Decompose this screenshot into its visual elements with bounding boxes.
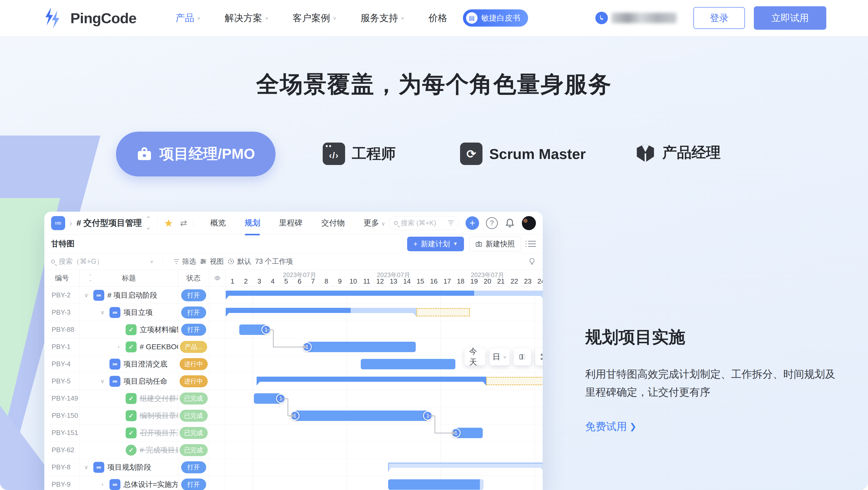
row-title-cell[interactable]: ✓召开项目开工会 <box>80 424 178 441</box>
role-tab-product-manager[interactable]: 产品经理 <box>635 143 721 163</box>
time-unit-dropdown[interactable]: 日∨ <box>490 348 509 365</box>
row-title-cell[interactable]: ∨≔项目规划阶段 <box>80 459 178 476</box>
nav-item-support[interactable]: 服务支持∨ <box>361 12 405 25</box>
row-title-cell[interactable]: ✓组建交付群和工作台 <box>80 390 178 407</box>
favorite-star-icon[interactable]: ★ <box>164 217 173 229</box>
gantt-task-bar[interactable]: 11 <box>295 410 428 421</box>
row-title-cell[interactable]: ✓立项材料编辑 <box>80 321 178 338</box>
gantt-task-bar[interactable]: 1 <box>254 393 281 404</box>
pingcode-logo[interactable]: PingCode <box>42 6 136 30</box>
split-panel-button[interactable] <box>514 348 531 365</box>
table-row[interactable]: PBY-149✓组建交付群和工作台已完成1 <box>44 390 543 407</box>
list-view-icon[interactable] <box>528 241 536 247</box>
status-badge[interactable]: 进行中 <box>180 358 208 370</box>
status-badge[interactable]: 进行中 <box>180 375 208 387</box>
gantt-summary-bar[interactable] <box>226 290 543 300</box>
nav-item-products[interactable]: 产品∨ <box>176 12 201 25</box>
row-title-cell[interactable]: ≔项目澄清交底 <box>80 356 178 372</box>
column-header-id[interactable]: 编号 <box>44 270 80 286</box>
tab-overview[interactable]: 概览 <box>210 218 226 228</box>
fullscreen-button[interactable] <box>535 348 543 365</box>
global-search-input[interactable]: 搜索 (⌘+K) <box>389 216 459 230</box>
status-badge[interactable]: 打开 <box>181 324 206 336</box>
row-title-cell[interactable]: ∨≔# 项目启动阶段 <box>80 287 178 304</box>
status-badge[interactable]: 已完成 <box>180 427 208 439</box>
column-header-status[interactable]: 状态 <box>178 270 209 286</box>
try-now-button[interactable]: 立即试用 <box>754 6 826 30</box>
help-icon[interactable]: ? <box>486 217 498 229</box>
row-title-cell[interactable]: ∨≔项目启动任命 <box>80 373 178 390</box>
table-row[interactable]: PBY-151✓召开项目开工会已完成1 <box>44 424 543 441</box>
table-row[interactable]: PBY-8∨≔项目规划阶段打开 <box>44 459 543 476</box>
row-title-cell[interactable]: ›≔总体设计=实施方案（... <box>80 476 178 490</box>
new-snapshot-button[interactable]: 新建快照 <box>469 237 521 251</box>
expand-toggle-icon[interactable]: ∨ <box>82 292 90 299</box>
nav-item-cases[interactable]: 客户案例∨ <box>293 12 337 25</box>
gantt-task-bar[interactable] <box>388 479 484 490</box>
filter-button[interactable]: 筛选 <box>174 257 196 266</box>
gantt-task-bar[interactable]: 1 <box>239 325 266 335</box>
gantt-summary-bar[interactable] <box>256 377 486 386</box>
table-row[interactable]: PBY-5∨≔项目启动任命进行中 <box>44 373 543 390</box>
column-header-visibility[interactable] <box>209 270 226 286</box>
status-badge[interactable]: 打开 <box>181 479 206 490</box>
dependency-arrow-icon <box>291 414 294 418</box>
today-button[interactable]: 今天 <box>465 348 485 365</box>
timeline-day-label: 10 <box>349 277 357 285</box>
row-title-cell[interactable]: ✓编制项目章程 <box>80 407 178 424</box>
avatar[interactable] <box>522 216 536 230</box>
expand-toggle-icon[interactable]: › <box>98 481 106 488</box>
chevron-down-icon[interactable]: ∨ <box>150 259 154 264</box>
status-badge[interactable]: 已完成 <box>180 393 208 404</box>
row-title-cell[interactable]: ✓# 完成项目启动阶段... <box>80 441 178 458</box>
role-tab-engineer[interactable]: ‹/› 工程师 <box>323 143 396 165</box>
status-badge[interactable]: 打开 <box>181 289 206 301</box>
lightbulb-icon[interactable] <box>528 257 536 265</box>
view-button[interactable]: 视图 <box>200 257 224 266</box>
status-badge[interactable]: 已完成 <box>180 444 208 456</box>
role-tab-pm-pmo[interactable]: 项目经理/PMO <box>116 132 276 177</box>
tab-milestone[interactable]: 里程碑 <box>279 218 302 228</box>
whitepaper-pill-button[interactable]: ▤ 敏捷白皮书 <box>463 9 528 27</box>
gantt-summary-bar[interactable] <box>226 308 416 317</box>
swap-icon[interactable]: ⇄ <box>180 218 187 228</box>
tab-more[interactable]: 更多 ∨ <box>363 218 385 228</box>
row-title-cell[interactable]: ›✓# GEEKBOOKS 极... <box>80 338 178 355</box>
default-view-button[interactable]: 默认 <box>227 257 251 266</box>
role-tab-scrum-master[interactable]: ⟳ Scrum Master <box>460 143 586 165</box>
project-switcher-icon[interactable]: ⌃⌄ <box>146 215 151 231</box>
tab-deliverable[interactable]: 交付物 <box>321 218 345 228</box>
gantt-task-bar[interactable] <box>361 359 455 369</box>
gantt-search-input[interactable]: 搜索（⌘+G） <box>59 257 103 266</box>
project-icon[interactable]: ≔ <box>51 216 65 230</box>
row-title-cell[interactable]: ∨≔项目立项 <box>80 304 178 321</box>
status-badge[interactable]: 打开 <box>181 461 206 473</box>
nav-item-solutions[interactable]: 解决方案∨ <box>225 12 269 25</box>
free-trial-link[interactable]: 免费试用❯ <box>585 419 835 434</box>
tab-plan[interactable]: 规划 <box>245 218 260 228</box>
login-button[interactable]: 登录 <box>693 7 745 29</box>
gantt-task-bar[interactable]: 1 <box>456 428 483 438</box>
gantt-task-bar[interactable]: 1 <box>307 342 416 352</box>
table-row[interactable]: PBY-2∨≔# 项目启动阶段打开 <box>44 287 543 304</box>
expand-toggle-icon[interactable]: ∨ <box>82 464 90 471</box>
table-row[interactable]: PBY-88✓立项材料编辑打开1 <box>44 321 543 338</box>
expand-toggle-icon[interactable]: ∨ <box>98 378 106 385</box>
column-header-title[interactable]: 标题 <box>80 270 178 286</box>
briefcase-icon <box>136 146 153 162</box>
expand-toggle-icon[interactable]: ∨ <box>98 309 106 316</box>
nav-item-pricing[interactable]: 价格 <box>429 12 447 25</box>
gantt-summary-bar-light[interactable] <box>388 463 543 471</box>
status-badge[interactable]: 打开 <box>181 307 206 318</box>
status-badge[interactable]: 产品... <box>180 341 207 353</box>
expand-toggle-icon[interactable]: › <box>115 343 123 350</box>
add-button[interactable]: + <box>466 216 479 230</box>
status-badge[interactable]: 已完成 <box>180 410 208 422</box>
new-plan-button[interactable]: + 新建计划 ▼ <box>407 237 464 251</box>
row-title: 项目立项 <box>124 308 153 317</box>
bell-icon[interactable] <box>505 218 515 228</box>
table-row[interactable]: PBY-3∨≔项目立项打开 <box>44 304 543 321</box>
breadcrumb-project-title[interactable]: # 交付型项目管理 <box>76 217 142 229</box>
table-row[interactable]: PBY-62✓# 完成项目启动阶段...已完成 <box>44 441 543 459</box>
table-row[interactable]: PBY-9›≔总体设计=实施方案（...打开 <box>44 476 543 490</box>
